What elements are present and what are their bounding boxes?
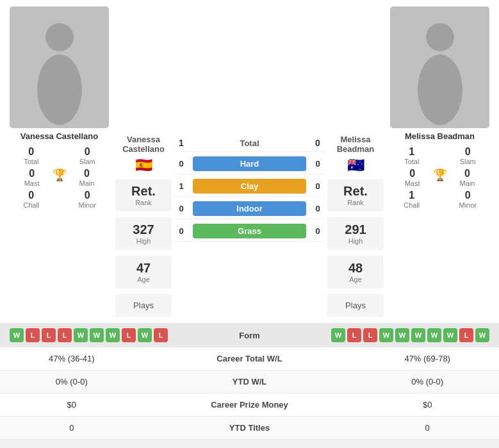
clay-left: 1 xyxy=(175,181,188,191)
left-flag: 🇪🇸 xyxy=(115,156,172,175)
stat-right-value: 0% (0-0) xyxy=(356,370,499,394)
form-pill: W xyxy=(10,328,24,342)
stat-center-label: YTD W/L xyxy=(143,370,356,394)
right-flag: 🇦🇺 xyxy=(327,156,384,175)
right-total-label: Total xyxy=(404,158,419,165)
indoor-left: 0 xyxy=(175,204,188,213)
stat-center-label: Career Prize Money xyxy=(143,394,356,417)
left-rank-label: Rank xyxy=(115,199,172,206)
right-slam-label: Slam xyxy=(460,158,476,165)
form-pill: W xyxy=(74,328,88,342)
hard-badge: Hard xyxy=(193,156,306,171)
stat-right-value: 47% (69-78) xyxy=(356,347,499,370)
left-plays-label: Plays xyxy=(115,301,172,310)
bottom-stats-table: 47% (36-41) Career Total W/L 47% (69-78)… xyxy=(0,347,499,440)
right-age-box: 48 Age xyxy=(327,256,384,288)
left-player-name: Vanessa Castellano xyxy=(20,131,98,141)
right-name-line2: Beadman xyxy=(337,144,375,154)
right-chall-label: Chall xyxy=(404,201,420,209)
clay-row: 1 Clay 0 xyxy=(175,176,324,197)
left-player-panel: Vanessa Castellano 0 Total 0 Slam 0 Mast… xyxy=(6,6,112,317)
form-pill: W xyxy=(443,328,457,342)
stats-row: $0 Career Prize Money $0 xyxy=(0,394,499,417)
stats-row: 0% (0-0) YTD W/L 0% (0-0) xyxy=(0,370,499,394)
right-total-value: 1 xyxy=(409,146,414,158)
form-pill: L xyxy=(42,328,56,342)
clay-badge: Clay xyxy=(193,179,306,194)
right-stats-col: Melissa Beadman 🇦🇺 Ret. Rank 291 High 48… xyxy=(327,6,384,317)
right-plays-label: Plays xyxy=(327,301,384,310)
indoor-badge: Indoor xyxy=(193,201,306,216)
right-age-value: 48 xyxy=(327,261,384,276)
form-pill: W xyxy=(379,328,393,342)
svg-point-2 xyxy=(426,23,454,51)
right-player-name: Melissa Beadman xyxy=(405,131,475,141)
form-pill: L xyxy=(347,328,361,342)
right-player-name-header: Melissa Beadman xyxy=(327,6,384,154)
left-plays-box: Plays xyxy=(115,294,172,317)
right-rank-box: Ret. Rank xyxy=(327,179,384,212)
left-lower-stats: 0 Chall 0 Minor xyxy=(6,190,112,209)
right-trophy-icon: 🏆 xyxy=(433,168,447,187)
stat-center-label: Career Total W/L xyxy=(143,347,356,370)
right-rank-label: Rank xyxy=(327,199,384,206)
right-high-box: 291 High xyxy=(327,217,384,250)
left-rank-box: Ret. Rank xyxy=(115,179,172,212)
left-player-stats: 0 Total 0 Slam xyxy=(6,146,112,165)
left-age-box: 47 Age xyxy=(115,256,172,288)
total-left-score: 1 xyxy=(175,138,188,148)
right-form-pills: WLLWWWWWLW xyxy=(331,328,489,342)
right-player-avatar xyxy=(390,6,489,128)
form-pill: L xyxy=(26,328,40,342)
form-pill: W xyxy=(331,328,345,342)
form-pill: L xyxy=(459,328,473,342)
center-col: 1 Total 0 0 Hard 0 1 Clay 0 0 Indoor 0 xyxy=(175,6,324,317)
hard-row: 0 Hard 0 xyxy=(175,154,324,174)
right-player-stats: 1 Total 0 Slam xyxy=(387,146,493,165)
form-section: WLLLWWWLWL Form WLLWWWWWLW xyxy=(0,323,499,347)
left-age-label: Age xyxy=(115,276,172,283)
form-pill: W xyxy=(395,328,409,342)
left-mast-label: Mast xyxy=(24,179,40,187)
svg-point-1 xyxy=(37,54,82,125)
right-lower-stats: 1 Chall 0 Minor xyxy=(387,190,493,209)
left-name-header: Vanessa xyxy=(127,135,160,144)
left-high-value: 327 xyxy=(115,222,172,237)
stat-right-value: 0 xyxy=(356,417,499,440)
total-row: 1 Total 0 xyxy=(175,135,324,152)
right-age-label: Age xyxy=(327,276,384,283)
grass-left: 0 xyxy=(175,226,188,236)
left-minor-label: Minor xyxy=(78,201,96,209)
right-ret-value: Ret. xyxy=(327,184,384,199)
clay-right: 0 xyxy=(311,181,324,191)
left-player-avatar xyxy=(10,6,109,128)
right-slam-value: 0 xyxy=(465,146,471,158)
form-pill: L xyxy=(58,328,72,342)
stat-left-value: 0% (0-0) xyxy=(0,370,143,394)
left-trophy-row: 0 Mast 🏆 0 Main xyxy=(24,168,95,187)
form-pill: W xyxy=(427,328,441,342)
svg-point-0 xyxy=(45,23,74,51)
right-main-label: Main xyxy=(460,179,475,187)
total-right-score: 0 xyxy=(311,138,324,148)
stat-left-value: $0 xyxy=(0,394,143,417)
right-minor-label: Minor xyxy=(459,201,477,209)
left-player-name-header2: Vanessa Castellano xyxy=(115,6,172,154)
hard-right: 0 xyxy=(311,159,324,169)
form-pill: L xyxy=(122,328,136,342)
form-pill: W xyxy=(475,328,489,342)
left-chall-value: 0 xyxy=(28,190,34,201)
left-main-value: 0 xyxy=(84,168,90,179)
right-high-label: High xyxy=(327,237,384,245)
right-plays-box: Plays xyxy=(327,294,384,317)
form-pill: W xyxy=(411,328,425,342)
form-pill: W xyxy=(90,328,104,342)
right-chall-value: 1 xyxy=(409,190,414,201)
right-mast-label: Mast xyxy=(405,179,420,187)
indoor-row: 0 Indoor 0 xyxy=(175,199,324,219)
stat-left-value: 47% (36-41) xyxy=(0,347,143,370)
left-total-label: Total xyxy=(24,158,38,165)
right-mast-value: 0 xyxy=(409,168,415,179)
right-trophy-row: 0 Mast 🏆 0 Main xyxy=(405,168,475,187)
right-high-value: 291 xyxy=(327,222,384,237)
